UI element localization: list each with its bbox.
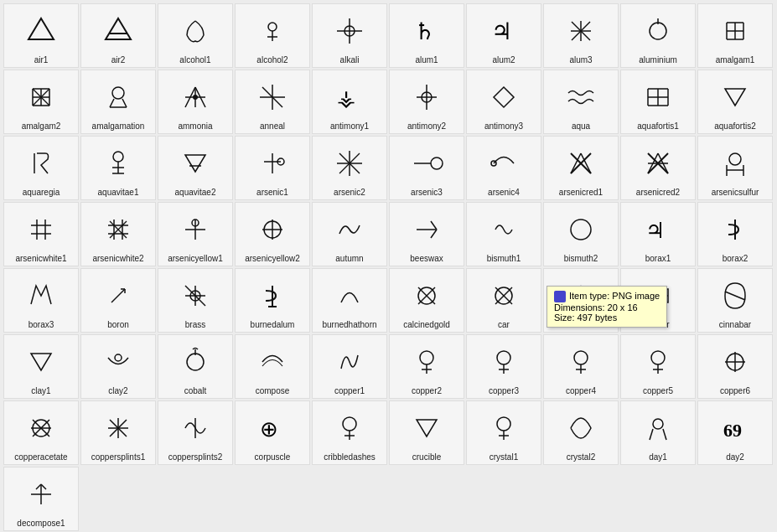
symbol-item-alum3[interactable]: alum3: [543, 3, 619, 68]
symbol-glyph-day1: [641, 405, 675, 451]
symbol-item-autumn[interactable]: autumn: [312, 202, 387, 266]
symbol-item-chalk[interactable]: chalk: [543, 268, 619, 333]
symbol-label-day1: day1: [649, 452, 667, 462]
symbol-item-borax2[interactable]: borax2: [697, 202, 773, 266]
symbol-item-aquaregia[interactable]: aquaregia: [3, 136, 79, 200]
symbol-item-arsenicwhite2[interactable]: arsenicwhite2: [80, 202, 156, 266]
symbol-item-borax3[interactable]: borax3: [3, 268, 79, 333]
symbol-glyph-copper4: [564, 338, 598, 385]
symbol-item-crucible[interactable]: crucible: [389, 400, 464, 465]
symbol-item-anneal[interactable]: anneal: [235, 70, 310, 134]
symbol-glyph-aquavitae1: [101, 140, 135, 186]
symbol-item-aquafortis2[interactable]: aquafortis2: [697, 70, 773, 134]
symbol-item-brass[interactable]: brass: [158, 268, 233, 333]
symbol-item-day2[interactable]: 69day2: [697, 400, 773, 465]
svg-point-103: [571, 220, 591, 240]
symbol-item-arsenic2[interactable]: arsenic2: [312, 136, 387, 200]
symbol-item-amalgam1[interactable]: amalgam1: [697, 3, 773, 68]
symbol-item-bismuth2[interactable]: bismuth2: [543, 202, 619, 266]
symbol-item-ammonia[interactable]: ammonia: [158, 70, 233, 134]
symbol-item-alcohol2[interactable]: alcohol2: [235, 3, 310, 68]
symbol-item-arsenicred1[interactable]: arsenicred1: [543, 136, 619, 200]
symbol-item-aqua[interactable]: aqua: [543, 70, 619, 134]
symbol-item-copper4[interactable]: copper4: [543, 334, 619, 399]
symbol-item-alum1[interactable]: ♄alum1: [389, 3, 464, 68]
symbol-label-arsenicwhite1: arsenicwhite1: [15, 254, 66, 263]
symbol-glyph-chalk: [564, 272, 598, 318]
symbol-item-car[interactable]: carItem type: PNG imageDimensions: 20 x …: [466, 268, 541, 333]
symbol-item-boron[interactable]: boron: [80, 268, 156, 333]
symbol-item-arsenicwhite1[interactable]: arsenicwhite1: [3, 202, 79, 266]
symbol-item-arsenic1[interactable]: arsenic1: [235, 136, 310, 200]
symbol-item-air2[interactable]: air2: [80, 3, 156, 68]
symbol-item-aluminium[interactable]: aluminium: [620, 3, 696, 68]
symbol-item-antimony2[interactable]: antimony2: [389, 70, 464, 134]
symbol-item-copper1[interactable]: copper1: [312, 334, 387, 399]
symbol-label-aquafortis2: aquafortis2: [714, 121, 755, 131]
symbol-label-cribbledashes: cribbledashes: [324, 452, 376, 462]
symbol-label-burnedalum: burnedalum: [251, 320, 295, 329]
symbol-glyph-air1: [24, 8, 58, 54]
symbol-label-anneal: anneal: [260, 121, 285, 131]
symbol-label-copper3: copper3: [489, 386, 519, 395]
symbol-glyph-anneal: [256, 74, 289, 120]
symbol-item-compose[interactable]: compose: [235, 334, 310, 399]
svg-point-55: [113, 152, 123, 162]
symbol-item-alcohol1[interactable]: alcohol1: [158, 3, 233, 68]
symbol-item-antimony1[interactable]: ⚶antimony1: [312, 70, 387, 134]
symbol-item-cribbledashes[interactable]: cribbledashes: [312, 400, 387, 465]
symbol-item-arsenicred2[interactable]: arsenicred2: [620, 136, 696, 200]
svg-point-80: [729, 153, 741, 165]
symbol-item-clay2[interactable]: clay2: [80, 334, 156, 399]
symbol-glyph-aqua: [564, 74, 598, 120]
symbol-item-coppersplints2[interactable]: coppersplints2: [158, 400, 233, 465]
symbol-item-burnedhathorn[interactable]: burnedhathorn: [312, 268, 387, 333]
symbol-item-decompose1[interactable]: decompose1: [3, 467, 79, 531]
symbol-label-calcinedgold: calcinedgold: [403, 320, 450, 329]
symbol-item-copper3[interactable]: copper3: [466, 334, 541, 399]
symbol-item-copperacetate[interactable]: copperacetate: [3, 400, 79, 465]
svg-text:⚶: ⚶: [337, 86, 355, 111]
symbol-item-cinder[interactable]: cinder: [620, 268, 696, 333]
symbol-item-crystal2[interactable]: crystal2: [543, 400, 619, 465]
symbol-item-beeswax[interactable]: beeswax: [389, 202, 464, 266]
symbol-item-copper6[interactable]: copper6: [697, 334, 773, 399]
symbol-item-calcinedgold[interactable]: calcinedgold: [389, 268, 464, 333]
symbol-item-air1[interactable]: air1: [3, 3, 79, 68]
symbol-item-cinnabar[interactable]: cinnabar: [697, 268, 773, 333]
symbol-item-bismuth1[interactable]: bismuth1: [466, 202, 541, 266]
symbol-item-cobalt[interactable]: cobalt: [158, 334, 233, 399]
symbol-item-arsenic4[interactable]: arsenic4: [466, 136, 541, 200]
svg-point-69: [431, 158, 443, 169]
symbol-item-borax1[interactable]: ♃borax1: [620, 202, 696, 266]
symbol-glyph-boron: [101, 272, 135, 318]
symbol-item-arsenicsulfur[interactable]: arsenicsulfur: [697, 136, 773, 200]
symbol-item-aquafortis1[interactable]: aquafortis1: [620, 70, 696, 134]
symbol-item-arsenicyellow1[interactable]: arsenicyellow1: [158, 202, 233, 266]
symbol-item-day1[interactable]: day1: [620, 400, 696, 465]
symbol-label-coppersplints2: coppersplints2: [168, 452, 222, 462]
symbol-label-aquavitae2: aquavitae2: [175, 188, 216, 197]
symbol-item-burnedalum[interactable]: burnedalum: [235, 268, 310, 333]
symbol-item-corpuscle[interactable]: ⊕corpuscle: [235, 400, 310, 465]
symbol-glyph-beeswax: [410, 206, 443, 252]
symbol-glyph-arsenic3: [410, 140, 443, 186]
symbol-label-air2: air2: [111, 55, 126, 65]
symbol-item-antimony3[interactable]: antimony3: [466, 70, 541, 134]
symbol-glyph-alum3: [564, 8, 598, 54]
symbol-item-amalgam2[interactable]: amalgam2: [3, 70, 79, 134]
symbol-item-alkali[interactable]: alkali: [312, 3, 387, 68]
symbol-label-copper6: copper6: [720, 386, 750, 395]
symbol-item-alum2[interactable]: ♃alum2: [466, 3, 541, 68]
symbol-item-copper2[interactable]: copper2: [389, 334, 464, 399]
symbol-item-aquavitae1[interactable]: aquavitae1: [80, 136, 156, 200]
symbol-item-arsenic3[interactable]: arsenic3: [389, 136, 464, 200]
symbol-item-arsenicyellow2[interactable]: arsenicyellow2: [235, 202, 310, 266]
symbol-glyph-bismuth2: [564, 206, 598, 252]
symbol-item-amalgamation[interactable]: amalgamation: [80, 70, 156, 134]
symbol-item-coppersplints1[interactable]: coppersplints1: [80, 400, 156, 465]
symbol-item-aquavitae2[interactable]: aquavitae2: [158, 136, 233, 200]
symbol-item-crystal1[interactable]: crystal1: [466, 400, 541, 465]
symbol-item-copper5[interactable]: copper5: [620, 334, 696, 399]
symbol-item-clay1[interactable]: clay1: [3, 334, 79, 399]
